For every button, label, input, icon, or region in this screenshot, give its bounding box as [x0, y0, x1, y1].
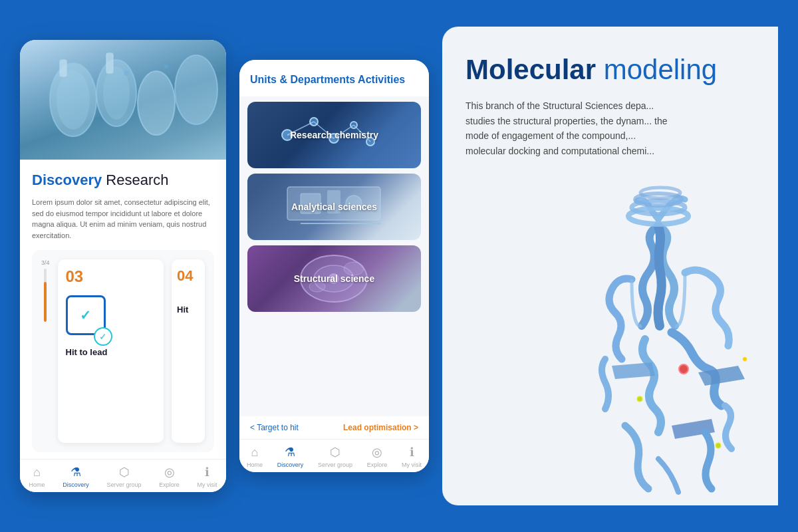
step-title-2: Hit [177, 305, 200, 315]
dept-item-label-1: Research chemistry [290, 130, 378, 140]
nav-server-2[interactable]: ⬡ Server group [318, 445, 352, 468]
svg-point-4 [138, 71, 175, 135]
dept-item-bg-2: Analytical sciences [247, 174, 421, 240]
main-container: Discovery Research Lorem ipsum dolor sit… [0, 0, 798, 532]
home-icon-2: ⌂ [251, 446, 258, 460]
check-circle: ✓ [94, 327, 112, 346]
step-title-1: Hit to lead [66, 347, 156, 357]
nav-discovery-label-1: Discovery [63, 481, 89, 488]
discovery-icon-2: ⚗ [285, 445, 295, 460]
dept-item-analytical[interactable]: Analytical sciences [247, 174, 421, 240]
server-icon-1: ⬡ [119, 465, 130, 479]
step-card-1: 03 ✓ Hit to lead [58, 259, 164, 443]
nav-myvisit-1[interactable]: ℹ My visit [198, 465, 217, 488]
dept-title: Units & Departments Activities [250, 73, 418, 87]
card-content-1: Discovery Research Lorem ipsum dolor sit… [20, 160, 226, 459]
nav-home-label-2: Home [247, 462, 263, 468]
card-title-bold: Discovery [32, 172, 102, 188]
footer-left-link[interactable]: < Target to hit [250, 423, 299, 432]
dept-item-label-2: Analytical sciences [291, 201, 377, 212]
nav-discovery-2[interactable]: ⚗ Discovery [277, 445, 304, 468]
nav-home-2[interactable]: ⌂ Home [247, 446, 263, 468]
progress-bar: 3/4 [41, 259, 50, 443]
nav-explore-label-1: Explore [159, 481, 180, 488]
nav-explore-1[interactable]: ◎ Explore [159, 465, 180, 488]
footer-right-link[interactable]: Lead optimisation > [343, 423, 418, 432]
nav-explore-2[interactable]: ◎ Explore [367, 445, 388, 468]
svg-point-9 [164, 65, 168, 68]
discovery-icon-1: ⚗ [70, 465, 81, 479]
step-number-2: 04 [177, 267, 200, 285]
panel-description: This branch of the Structural Sciences d… [466, 98, 678, 158]
panel-title-bold: Molecular [466, 54, 596, 85]
protein-svg [539, 173, 778, 505]
dept-item-structural[interactable]: Structural science [247, 245, 421, 312]
right-panel: Molecular modeling This branch of the St… [442, 27, 778, 505]
card-title-regular: Research [102, 172, 168, 188]
svg-point-31 [637, 396, 642, 402]
nav-server-label-2: Server group [318, 462, 352, 468]
bottom-nav-1: ⌂ Home ⚗ Discovery ⬡ Server group ◎ Expl… [20, 459, 226, 492]
nav-home-1[interactable]: ⌂ Home [29, 466, 45, 488]
nav-server-1[interactable]: ⬡ Server group [106, 465, 141, 488]
phone-card-1: Discovery Research Lorem ipsum dolor sit… [20, 40, 226, 492]
bottom-nav-2: ⌂ Home ⚗ Discovery ⬡ Server group ◎ Expl… [239, 439, 429, 472]
dept-item-bg-1: Research chemistry [247, 102, 421, 168]
svg-rect-7 [106, 53, 113, 73]
svg-point-30 [679, 364, 688, 374]
nav-myvisit-2[interactable]: ℹ My visit [402, 445, 422, 468]
dept-footer: < Target to hit Lead optimisation > [239, 416, 429, 439]
svg-point-1 [57, 70, 90, 130]
phone-card-2: Units & Departments Activities [239, 60, 429, 472]
nav-explore-label-2: Explore [367, 462, 388, 468]
card-title-1: Discovery Research [32, 172, 214, 189]
step-card-2-partial: 04 Hit [172, 259, 205, 443]
svg-point-8 [124, 70, 129, 76]
progress-section: 3/4 03 ✓ Hit to lead 04 Hit [32, 250, 214, 452]
nav-myvisit-label-2: My visit [402, 462, 422, 468]
lab-glass-svg [20, 40, 226, 160]
card-description-1: Lorem ipsum dolor sit amet, consectetur … [32, 197, 214, 241]
explore-icon-2: ◎ [372, 445, 382, 460]
panel-title-regular: modeling [596, 54, 717, 85]
nav-server-label-1: Server group [106, 481, 141, 488]
svg-point-32 [716, 443, 721, 448]
nav-discovery-1[interactable]: ⚗ Discovery [63, 465, 89, 488]
panel-title: Molecular modeling [466, 53, 755, 86]
server-icon-2: ⬡ [330, 445, 340, 460]
nav-myvisit-label-1: My visit [198, 481, 217, 488]
dept-items-list: Research chemistry Analytical sciences [239, 96, 429, 416]
home-icon-1: ⌂ [33, 466, 41, 479]
protein-visual [539, 173, 778, 505]
step-number-1: 03 [66, 267, 156, 286]
dept-item-label-3: Structural science [294, 273, 374, 284]
svg-point-5 [175, 55, 217, 124]
myvisit-icon-2: ℹ [410, 445, 414, 460]
progress-label: 3/4 [41, 259, 50, 266]
dept-item-bg-3: Structural science [247, 245, 421, 312]
svg-point-33 [743, 357, 747, 361]
nav-discovery-label-2: Discovery [277, 462, 304, 468]
svg-rect-6 [60, 60, 66, 76]
nav-home-label-1: Home [29, 481, 45, 488]
hero-image-1 [20, 40, 226, 160]
explore-icon-1: ◎ [164, 465, 175, 479]
progress-fill [44, 282, 47, 322]
progress-track [44, 269, 47, 322]
myvisit-icon-1: ℹ [205, 465, 209, 479]
dept-header: Units & Departments Activities [239, 60, 429, 96]
dept-item-research[interactable]: Research chemistry [247, 102, 421, 168]
